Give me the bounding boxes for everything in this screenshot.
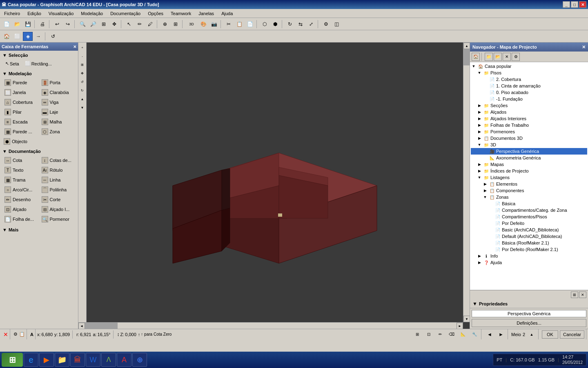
view-active-btn[interactable]: ◈ (23, 32, 33, 41)
tool-button[interactable]: 🔧 (470, 330, 479, 339)
tree-componentes[interactable]: ▶ 📋 Componentes (471, 187, 587, 194)
pormenor-tool[interactable]: 🔍Pormenor (40, 215, 76, 224)
tree-seccoes[interactable]: ▶ 📁 Secções (471, 102, 587, 109)
grid-button[interactable]: ⊞ (171, 20, 180, 29)
view-pan[interactable]: ✥ (79, 69, 86, 77)
cancel-button[interactable]: Cancelar (560, 330, 584, 339)
zoom-fit-button[interactable]: ⊞ (99, 20, 109, 29)
3d-expander[interactable]: ▼ (477, 142, 482, 148)
tree-cinta[interactable]: 📄 1. Cinta de amarração (471, 83, 587, 89)
pisos-expander[interactable]: ▼ (477, 70, 482, 76)
tree-piso-acabado[interactable]: 📄 0. Piso acabado (471, 89, 587, 96)
tree-listagens[interactable]: ▼ 📁 Listagens (471, 174, 587, 181)
minimize-button[interactable]: _ (563, 1, 570, 8)
tree-ajuda[interactable]: ▶ ❓ Ajuda (471, 259, 587, 266)
zona-expander[interactable]: ▼ (482, 194, 488, 200)
piso-expander[interactable] (482, 90, 488, 95)
group-button[interactable]: ⬡ (260, 20, 270, 29)
da-expander[interactable] (488, 233, 494, 239)
arco-tool[interactable]: ○Arco/Cir... (2, 185, 39, 194)
tree-comp-pisos[interactable]: 📄 Compartimentos/Pisos (471, 213, 587, 220)
fund-expander[interactable] (482, 96, 488, 102)
porm-expander[interactable]: ▶ (477, 129, 482, 135)
layer-button[interactable]: ◫ (332, 20, 341, 29)
tree-por-defeito-roof[interactable]: 📄 Por Defeito (RoofMaker 2.1) (471, 246, 587, 253)
rotate-button[interactable]: ↻ (285, 20, 295, 29)
nav-right-btn[interactable]: ► (496, 330, 506, 339)
undo-button[interactable]: ↩ (52, 20, 62, 29)
snap-button[interactable]: ⊕ (160, 20, 170, 29)
tree-default-archi[interactable]: 📄 Default (ArchiCAD_Biblioteca) (471, 233, 587, 240)
cut-button[interactable]: ✂ (224, 20, 234, 29)
taskbar-media[interactable]: ▶ (39, 353, 54, 367)
eyedropper-button[interactable]: 🖊 (145, 20, 155, 29)
cp-expander[interactable] (488, 214, 494, 220)
alc-expander[interactable]: ▶ (477, 109, 482, 115)
folh-expander[interactable]: ▶ (477, 122, 482, 128)
hscroll-thumb[interactable] (85, 323, 118, 329)
view-toggle-2[interactable]: ⊡ (424, 330, 434, 339)
menu-modelacao[interactable]: Modelação (78, 9, 106, 18)
taskbar-acrobat[interactable]: A (117, 353, 131, 367)
taskbar-word[interactable]: W (86, 353, 100, 367)
nav-home-button[interactable]: 🏠 (472, 53, 480, 61)
title-bar-controls[interactable]: _ □ ✕ (563, 1, 586, 8)
janela-tool[interactable]: ⬜Janela (2, 88, 39, 97)
tree-alcados-int[interactable]: ▶ 📁 Alçados Interiores (471, 115, 587, 122)
paste-button[interactable]: 📄 (245, 20, 255, 29)
nav-folder-new[interactable]: 📂 (494, 53, 502, 61)
pdr-expander[interactable] (488, 247, 494, 252)
tree-perspectiva[interactable]: 🎥 Perspectiva Genérica (471, 148, 587, 155)
linha-tool[interactable]: ─Linha (40, 175, 76, 184)
axon-expander[interactable] (482, 155, 488, 161)
view-rotate[interactable]: ↺ (79, 78, 86, 86)
parede-tool[interactable]: ▦Parede (2, 78, 39, 87)
porta-tool[interactable]: 🚪Porta (40, 78, 76, 87)
view-fit[interactable]: ⊞ (79, 61, 86, 69)
copy-button[interactable]: 📋 (234, 20, 244, 29)
pan-button[interactable]: ✥ (109, 20, 119, 29)
parede2-tool[interactable]: ▦Parede ... (2, 127, 39, 136)
prop-def-button[interactable]: Definições... (472, 319, 586, 327)
render-button[interactable]: 🎨 (198, 20, 208, 29)
menu-janelas[interactable]: Janelas (195, 9, 217, 18)
catz-expander[interactable] (488, 207, 494, 213)
tree-cobertura[interactable]: 📄 2. Cobertura (471, 76, 587, 83)
pencil-button[interactable]: ✏ (135, 20, 145, 29)
trama-tool[interactable]: ▦Trama (2, 175, 39, 184)
settings-button[interactable]: ⚙ (321, 20, 331, 29)
canvas-hscroll[interactable]: ◄ ► (78, 322, 463, 329)
modelacao-title[interactable]: ▼ Modelação (2, 70, 76, 77)
view-plan-btn[interactable]: ⬜ (12, 32, 22, 41)
map-expander[interactable]: ▶ (477, 162, 482, 167)
malha-tool[interactable]: ⊞Malha (40, 117, 76, 126)
tree-alcados[interactable]: ▶ 📁 Alçados (471, 109, 587, 115)
pen-button[interactable]: ✏ (435, 330, 445, 339)
vscroll-up[interactable]: ▲ (463, 43, 470, 49)
save-button[interactable]: 💾 (23, 20, 33, 29)
cob-expander[interactable] (482, 76, 488, 82)
root-expander[interactable]: ▼ (471, 63, 477, 69)
ok-button[interactable]: OK (542, 330, 558, 339)
corte-tool[interactable]: ✂Corte (40, 195, 76, 204)
taskbar-folder[interactable]: 📁 (55, 353, 69, 367)
view-down[interactable]: ▼ (79, 103, 86, 112)
print-button[interactable]: 🖨 (38, 20, 47, 29)
orbit-button[interactable]: ↺ (48, 32, 58, 41)
view-orbit[interactable]: ↻ (79, 86, 86, 94)
menu-documentacao[interactable]: Documentação (107, 9, 144, 18)
nav-left-btn[interactable]: ◄ (485, 330, 494, 339)
cinta-expander[interactable] (482, 83, 488, 89)
comp-expander[interactable]: ▶ (482, 188, 488, 193)
doc-title[interactable]: ▼ Documentação (2, 148, 76, 155)
toolbox-close-button[interactable]: ✕ (73, 45, 76, 49)
tree-mapas[interactable]: ▶ 📁 Mapas (471, 161, 587, 168)
tree-fundacao[interactable]: 📄 -1. Fundação (471, 96, 587, 102)
3d-view-button[interactable]: 3D (185, 20, 198, 29)
seta-button[interactable]: ↖ Seta (3, 60, 21, 67)
menu-teamwork[interactable]: Teamwork (167, 9, 194, 18)
bas-expander[interactable] (488, 201, 494, 206)
br-expander[interactable] (488, 240, 494, 246)
cobertura-tool[interactable]: ⌂Cobertura (2, 98, 39, 107)
move-button[interactable]: ⤢ (306, 20, 316, 29)
